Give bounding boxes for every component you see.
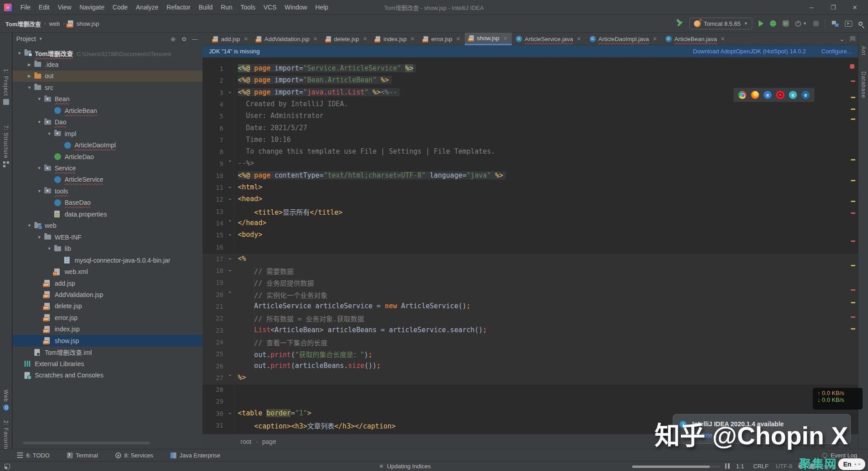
expanded-arrow-icon[interactable]: ▼	[36, 189, 42, 193]
close-tab-icon[interactable]: ✕	[363, 36, 367, 42]
tree-row-ArticleDaoImpl[interactable]: ArticleDaoImpl	[13, 140, 203, 151]
fold-close-icon[interactable]: ⌃	[228, 291, 232, 297]
tab-show.jsp[interactable]: show.jsp✕	[465, 33, 512, 45]
hidden-tabs-chevron-icon[interactable]: ⌄	[840, 36, 844, 42]
profiler-button[interactable]	[795, 21, 801, 27]
menu-build[interactable]: Build	[194, 0, 217, 15]
tree-row-WEB-INF[interactable]: ▼WEB-INF	[13, 231, 203, 243]
fold-close-icon[interactable]: ⌃	[228, 374, 232, 380]
close-tab-icon[interactable]: ✕	[577, 36, 581, 42]
fold-open-icon[interactable]: ⌄	[228, 231, 232, 237]
tree-row-.idea[interactable]: ▶.idea	[13, 59, 203, 70]
tree-row-Scratches-and-Consoles[interactable]: Scratches and Consoles	[13, 370, 203, 381]
tree-row-ArticleService[interactable]: ArticleService	[13, 174, 203, 185]
tree-row-Dao[interactable]: ▼Dao	[13, 117, 203, 128]
tree-row-src[interactable]: ▼src	[13, 82, 203, 93]
tree-row-ArticleDao[interactable]: ArticleDao	[13, 151, 203, 162]
tab-ArticleService.java[interactable]: CArticleService.java✕	[512, 33, 585, 45]
breadcrumb-page[interactable]: page	[262, 438, 276, 445]
tree-row-External-Libraries[interactable]: External Libraries	[13, 358, 203, 369]
pause-icon[interactable]	[725, 463, 730, 469]
toolwindow-6-todo[interactable]: 6: TODO	[17, 452, 50, 459]
close-tab-icon[interactable]: ✕	[721, 36, 725, 42]
menu-edit[interactable]: Edit	[35, 0, 54, 15]
edge-beta-browser-icon[interactable]: e	[789, 91, 797, 99]
toolwindow-terminal[interactable]: Terminal	[67, 452, 98, 459]
menu-navigate[interactable]: Navigate	[75, 0, 108, 15]
tab-delete.jsp[interactable]: delete.jsp✕	[322, 33, 372, 45]
download-jdk-link[interactable]: Download AdoptOpenJDK (HotSpot) 14.0.2	[693, 48, 806, 55]
toolwindow-java-enterprise[interactable]: Java Enterprise	[170, 452, 220, 459]
tab-AddValidation.jsp[interactable]: AddValidation.jsp✕	[252, 33, 322, 45]
breadcrumb-root[interactable]: root	[241, 438, 251, 445]
menu-help[interactable]: Help	[311, 0, 332, 15]
ime-indicator[interactable]: En ◔	[838, 458, 865, 470]
tree-row-error.jsp[interactable]: error.jsp	[13, 312, 203, 323]
fold-open-icon[interactable]: ⌄	[228, 410, 232, 415]
fold-close-icon[interactable]: ⌃	[228, 160, 232, 165]
chrome-browser-icon[interactable]	[738, 91, 746, 99]
toolwindow-toggle-icon[interactable]	[5, 464, 10, 469]
breadcrumb-item[interactable]: Tom增删改查	[5, 19, 41, 28]
tree-row-mysql-connector-java-5.0.4-bin.jar[interactable]: mysql-connector-java-5.0.4-bin.jar	[13, 254, 203, 266]
expanded-arrow-icon[interactable]: ▼	[16, 51, 23, 56]
close-tab-icon[interactable]: ✕	[313, 36, 317, 42]
fold-open-icon[interactable]: ⌄	[228, 267, 232, 273]
fold-open-icon[interactable]: ⌄	[228, 184, 232, 189]
bookmark-icon[interactable]	[850, 36, 855, 42]
tree-row-show.jsp[interactable]: show.jsp	[13, 335, 203, 346]
expanded-arrow-icon[interactable]: ▼	[36, 120, 42, 124]
debug-button[interactable]	[770, 20, 776, 27]
toolwindow-8-services[interactable]: 8: Services	[115, 452, 153, 459]
tree-row-web[interactable]: ▼web	[13, 220, 203, 231]
gear-icon[interactable]: ⚙	[180, 36, 188, 42]
tree-row-impl[interactable]: ▼impl	[13, 128, 203, 139]
tab-index.jsp[interactable]: index.jsp✕	[371, 33, 419, 45]
tree-row-add.jsp[interactable]: add.jsp	[13, 278, 203, 289]
fold-open-icon[interactable]: ⌄	[228, 89, 232, 94]
menu-code[interactable]: Code	[108, 0, 132, 15]
close-tab-icon[interactable]: ✕	[653, 36, 657, 42]
close-tab-icon[interactable]: ✕	[410, 36, 415, 42]
tab-error.jsp[interactable]: error.jsp✕	[419, 33, 465, 45]
menu-run[interactable]: Run	[217, 0, 236, 15]
run-button[interactable]	[759, 20, 764, 27]
menu-vcs[interactable]: VCS	[259, 0, 281, 15]
close-button[interactable]: ✕	[852, 4, 858, 11]
edge-browser-icon[interactable]: e	[764, 91, 772, 99]
menu-file[interactable]: File	[16, 0, 35, 15]
stripe-web[interactable]: Web	[0, 390, 12, 410]
tree-row-lib[interactable]: ▼lib	[13, 243, 203, 254]
tree-row-AddValidation.jsp[interactable]: AddValidation.jsp	[13, 289, 203, 300]
tree-horizontal-scrollbar[interactable]	[23, 442, 150, 444]
stripe-project[interactable]: 1: Project	[0, 69, 12, 105]
tree-row-Tom-[interactable]: ▼Tom增删改查C:\Users\32788\Documents\Tencent	[13, 47, 203, 59]
menu-analyze[interactable]: Analyze	[132, 0, 163, 15]
tab-ArticleBean.java[interactable]: CArticleBean.java✕	[661, 33, 729, 45]
tree-row-out[interactable]: ▶out	[13, 71, 203, 82]
collapsed-arrow-icon[interactable]: ▶	[26, 74, 33, 78]
tree-row-ArticleBean[interactable]: ArticleBean	[13, 105, 203, 116]
stripe-database[interactable]: Database	[859, 71, 868, 98]
minimize-button[interactable]: ─	[808, 4, 815, 11]
fold-open-icon[interactable]: ⌄	[228, 195, 232, 201]
stripe-structure[interactable]: 7: Structure	[0, 125, 12, 167]
menu-view[interactable]: View	[54, 0, 75, 15]
caret-position[interactable]: 1:1	[736, 463, 744, 470]
fold-close-icon[interactable]: ⌃	[228, 219, 232, 225]
build-hammer-icon[interactable]	[676, 20, 683, 27]
expanded-arrow-icon[interactable]: ▼	[36, 97, 42, 101]
tree-row-delete.jsp[interactable]: delete.jsp	[13, 301, 203, 312]
collapsed-arrow-icon[interactable]: ▶	[26, 62, 33, 67]
tree-row-Service[interactable]: ▼Service	[13, 163, 203, 174]
menu-window[interactable]: Window	[281, 0, 311, 15]
tree-row-Tom-.iml[interactable]: Tom增删改查.iml	[13, 347, 203, 358]
hide-panel-icon[interactable]: ―	[191, 36, 199, 42]
tab-add.jsp[interactable]: add.jsp✕	[209, 33, 252, 45]
tree-row-Bean[interactable]: ▼Bean	[13, 94, 203, 105]
error-indicator[interactable]	[850, 64, 854, 69]
close-tab-icon[interactable]: ✕	[456, 36, 461, 42]
expanded-arrow-icon[interactable]: ▼	[36, 166, 42, 170]
menu-refactor[interactable]: Refactor	[162, 0, 194, 15]
line-separator[interactable]: CRLF	[753, 463, 769, 470]
